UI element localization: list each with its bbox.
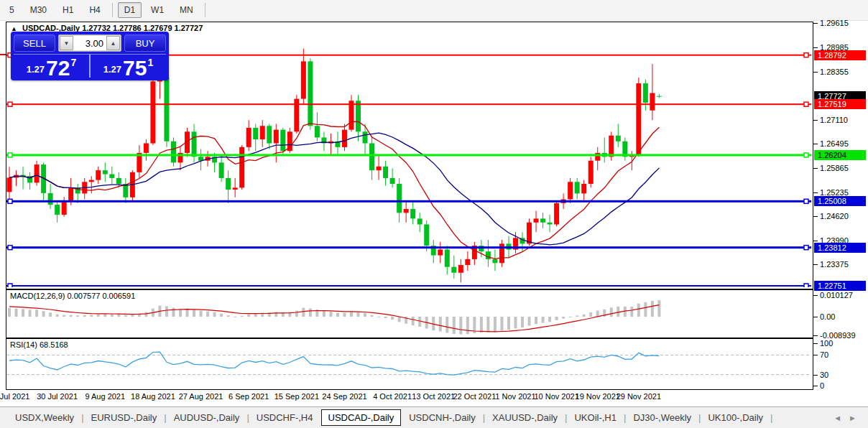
buy-price-prefix: 1.27 (103, 64, 121, 75)
price-axis-tick-label: 1.24620 (820, 212, 849, 220)
volume-input[interactable]: 3.00 (73, 36, 106, 50)
time-axis-label: 30 Jul 2021 (37, 392, 78, 401)
rsi-axis-tick-mark (813, 386, 818, 386)
price-axis-tick-mark (813, 23, 818, 24)
rsi-axis-tick-mark (813, 343, 818, 344)
time-axis-label: 29 Nov 2021 (617, 392, 661, 401)
price-level-badge: 1.22751 (814, 281, 866, 291)
price-axis-tick-mark (813, 144, 818, 144)
price-axis-tick-mark (813, 192, 818, 193)
rsi-panel[interactable]: RSI(14) 68.5168 (6, 338, 813, 390)
volume-decrease-button[interactable]: ▼ (60, 36, 73, 50)
sell-price-prefix: 1.27 (27, 64, 45, 75)
buy-price-display[interactable]: 1.27 75 1 (89, 54, 166, 78)
sell-price-display[interactable]: 1.27 72 7 (14, 54, 89, 78)
buy-button[interactable]: BUY (124, 34, 166, 52)
timeframe-button-m30[interactable]: M30 (24, 2, 53, 18)
chart-tab-dj30[interactable]: DJ30-,Weekly (627, 410, 698, 425)
chart-tab-usdx[interactable]: USDX,Weekly (9, 410, 80, 425)
chart-tab-eurusd[interactable]: EURUSD-,Daily (85, 410, 164, 425)
macd-axis-tick-mark (813, 295, 818, 296)
time-axis-label: 22 Oct 2021 (453, 392, 496, 401)
tab-separator: | (483, 412, 485, 423)
chart-tab-ukoil[interactable]: UKOil-,H1 (568, 410, 623, 425)
timeframe-button-h4[interactable]: H4 (83, 2, 106, 18)
timeframe-toolbar: 5M30H1H4D1W1MN (0, 0, 868, 21)
price-axis-tick-label: 1.29615 (820, 19, 849, 27)
time-axis-label: 18 Aug 2021 (131, 392, 175, 401)
volume-increase-button[interactable]: ▲ (106, 36, 120, 50)
price-axis-tick-mark (813, 264, 818, 265)
time-axis-label: 27 Aug 2021 (179, 392, 223, 401)
time-axis-label: 4 Oct 2021 (373, 392, 412, 401)
rsi-plot (6, 339, 811, 388)
price-axis-tick-label: 1.27110 (820, 116, 848, 124)
macd-axis-tick-mark (813, 335, 818, 336)
price-axis-tick-mark (813, 168, 818, 169)
chart-tab-usdchf[interactable]: USDCHF-,H4 (250, 410, 320, 425)
toolbar-separator (205, 3, 206, 17)
timeframe-button-h1[interactable]: H1 (56, 2, 80, 18)
tab-scroll-right-icon[interactable]: ► (849, 414, 857, 422)
sell-price-point: 7 (70, 57, 76, 68)
price-axis-tick-label: 1.23375 (820, 260, 849, 269)
sell-button[interactable]: SELL (14, 34, 55, 52)
price-level-badge: 1.25008 (814, 196, 866, 206)
macd-panel[interactable]: MACD(12,26,9) 0.007577 0.006591 (6, 289, 813, 338)
time-axis-label: 1 Nov 2021 (495, 392, 535, 401)
macd-label: MACD(12,26,9) 0.007577 0.006591 (10, 292, 135, 300)
timeframe-button-w1[interactable]: W1 (144, 2, 170, 18)
rsi-label: RSI(14) 68.5168 (10, 340, 68, 349)
one-click-trade-widget: SELL ▼ 3.00 ▲ BUY 1.27 72 7 1.27 75 1 (11, 32, 169, 80)
price-axis-tick-mark (813, 216, 818, 217)
time-axis-label: 10 Nov 2021 (534, 392, 578, 401)
timeframe-button-d1[interactable]: D1 (118, 2, 142, 18)
chart-tab-uk100[interactable]: UK100-,Daily (701, 410, 770, 425)
rsi-axis-tick-mark (813, 355, 818, 355)
price-axis-tick-mark (813, 47, 818, 48)
chart-tab-bar: USDX,Weekly|EURUSD-,Daily|AUDUSD-,Daily|… (0, 406, 868, 428)
chart-tab-usdcad[interactable]: USDCAD-,Daily (321, 409, 402, 426)
tab-separator: | (164, 412, 166, 423)
macd-values: 0.007577 0.006591 (67, 292, 135, 300)
sell-price-pips: 72 (46, 58, 70, 78)
level-line-left-marker (0, 54, 6, 55)
rsi-axis-tick-label: 100 (820, 339, 833, 348)
toolbar-separator (112, 3, 113, 17)
macd-axis-tick-label: 0.010127 (820, 291, 853, 299)
price-axis-tick-label: 1.26495 (820, 139, 849, 148)
price-axis-tick-label: 1.28355 (820, 68, 849, 76)
time-axis-label: 15 Sep 2021 (274, 392, 319, 401)
timeframe-button-5[interactable]: 5 (3, 2, 21, 18)
rsi-axis-tick-mark (813, 375, 818, 376)
time-axis-label: 9 Aug 2021 (85, 392, 125, 401)
tab-separator: | (698, 412, 701, 423)
macd-axis-tick-mark (813, 317, 818, 317)
tab-separator: | (81, 412, 83, 423)
price-level-badge: 1.23812 (814, 243, 866, 253)
price-axis-tick-label: 1.25235 (820, 188, 849, 197)
rsi-axis-tick-label: 30 (820, 371, 828, 379)
main-price-chart[interactable]: ▲ USDCAD-,Daily 1.27732 1.27786 1.27679 … (6, 22, 813, 289)
buy-price-point: 1 (147, 57, 153, 68)
chart-tab-xauusd[interactable]: XAUUSD-,Daily (486, 410, 564, 425)
timeframe-button-mn[interactable]: MN (173, 2, 200, 18)
price-axis-tick-label: 1.25865 (820, 164, 849, 172)
volume-spinner: ▼ 3.00 ▲ (58, 34, 121, 52)
time-axis-label: 24 Sep 2021 (322, 392, 366, 401)
time-axis-label: 6 Sep 2021 (228, 392, 269, 401)
price-axis-tick-mark (813, 241, 818, 241)
time-axis-label: 19 Nov 2021 (576, 392, 620, 401)
chart-tab-usdcnh[interactable]: USDCNH-,Daily (402, 410, 481, 425)
tab-scroll-arrows: ◄► (834, 414, 857, 422)
price-level-badge: 1.26204 (814, 150, 866, 160)
time-axis-label: 21 Jul 2021 (0, 392, 29, 401)
trading-terminal-window: 5M30H1H4D1W1MN ▲ USDCAD-,Daily 1.27732 1… (0, 0, 868, 428)
tab-separator: | (770, 412, 772, 423)
rsi-value: 68.5168 (40, 340, 68, 349)
tab-scroll-left-icon[interactable]: ◄ (834, 414, 841, 422)
rsi-axis-tick-label: 70 (820, 350, 828, 359)
rsi-axis-tick-label: 0 (820, 381, 824, 390)
chart-tab-audusd[interactable]: AUDUSD-,Daily (167, 410, 246, 425)
price-axis-tick-mark (813, 72, 818, 73)
